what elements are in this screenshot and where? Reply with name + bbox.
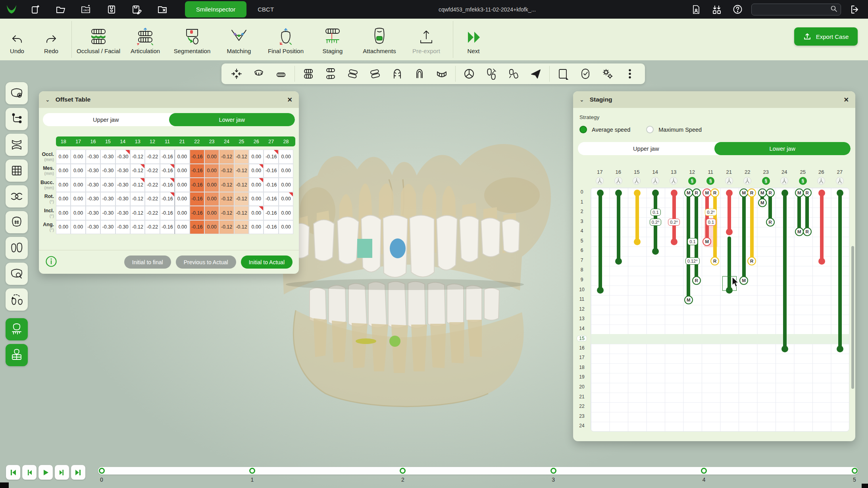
screenshot-icon[interactable] xyxy=(552,65,574,83)
close-icon[interactable]: ✕ xyxy=(287,96,293,104)
movement-bar-22[interactable] xyxy=(742,193,746,281)
offset-cell-14[interactable]: -0.30 xyxy=(115,178,130,192)
offset-cell-17[interactable]: 0.00 xyxy=(71,178,85,192)
collapse-chevron-icon[interactable]: ⌄ xyxy=(45,96,50,103)
sidebar-grid-table[interactable] xyxy=(6,159,28,182)
bar-endpoint[interactable] xyxy=(615,258,622,265)
bar-endpoint[interactable] xyxy=(837,190,843,196)
offset-cell-25[interactable]: -0.12 xyxy=(234,164,249,178)
marker-M[interactable]: M xyxy=(758,198,767,207)
sidebar-tooth-rotation[interactable] xyxy=(6,288,28,311)
marker-R[interactable]: R xyxy=(710,188,719,197)
info-icon[interactable] xyxy=(45,256,57,269)
bar-endpoint[interactable] xyxy=(837,346,843,352)
root-badge-icon[interactable] xyxy=(633,177,641,185)
bar-endpoint[interactable] xyxy=(652,248,659,255)
offset-cell-26[interactable]: 0.00 xyxy=(249,192,264,206)
offset-cell-23[interactable]: 0.00 xyxy=(204,178,219,192)
offset-cell-27[interactable]: -0.16 xyxy=(264,178,278,192)
tooth-col-22[interactable]: 22 xyxy=(190,136,204,146)
root-badge-icon[interactable] xyxy=(780,177,788,185)
close-case-icon[interactable] xyxy=(156,3,169,16)
marker-R[interactable]: R xyxy=(692,188,701,197)
offset-cell-23[interactable]: 0.00 xyxy=(204,150,219,164)
tooth-col-12[interactable]: 12 xyxy=(145,136,160,146)
offset-cell-27[interactable]: -0.16 xyxy=(264,206,278,220)
marker-M[interactable]: M xyxy=(684,188,693,197)
offset-cell-18[interactable]: 0.00 xyxy=(56,164,71,178)
offset-cell-22[interactable]: -0.16 xyxy=(190,206,204,220)
skip-end-button[interactable] xyxy=(71,465,85,480)
bar-endpoint[interactable] xyxy=(726,190,733,196)
offset-cell-11[interactable]: -0.16 xyxy=(160,192,175,206)
marker-R[interactable]: R xyxy=(747,188,756,197)
offset-cell-17[interactable]: 0.00 xyxy=(71,192,85,206)
offset-cell-24[interactable]: -0.12 xyxy=(219,220,234,234)
root-badge-icon[interactable] xyxy=(614,177,622,185)
bar-endpoint[interactable] xyxy=(781,190,788,196)
offset-cell-15[interactable]: -0.30 xyxy=(100,178,115,192)
marker-R[interactable]: R xyxy=(710,257,719,265)
tab-smileinspector[interactable]: SmileInspector xyxy=(185,1,246,17)
sidebar-tooth-number[interactable] xyxy=(6,211,28,233)
tooth-col-25[interactable]: 25 xyxy=(234,136,249,146)
radio-maximum-speed[interactable]: Maximum Speed xyxy=(646,126,702,133)
offset-cell-16[interactable]: -0.30 xyxy=(86,164,100,178)
movement-bar-11[interactable] xyxy=(705,193,709,242)
tooth-col-24[interactable]: 24 xyxy=(219,136,234,146)
new-case-icon[interactable] xyxy=(29,3,42,16)
offset-cell-13[interactable]: -0.12 xyxy=(130,178,145,192)
offset-cell-11[interactable]: -0.16 xyxy=(160,150,175,164)
movement-bar-13[interactable] xyxy=(672,193,676,242)
import-cbct-icon[interactable]: CBCT xyxy=(79,3,93,16)
offset-cell-15[interactable]: -0.30 xyxy=(100,150,115,164)
vertical-scrollbar[interactable] xyxy=(851,246,854,389)
movement-bar-24[interactable] xyxy=(783,193,787,349)
offset-cell-13[interactable]: -0.12 xyxy=(130,220,145,234)
offset-cell-22[interactable]: -0.16 xyxy=(190,220,204,234)
fit-view-icon[interactable] xyxy=(225,65,248,83)
offset-cell-14[interactable]: -0.30 xyxy=(115,220,130,234)
tooth-col-16[interactable]: 16 xyxy=(86,136,100,146)
offset-cell-15[interactable]: -0.30 xyxy=(100,164,115,178)
offset-cell-17[interactable]: 0.00 xyxy=(71,220,85,234)
tab-upper-jaw[interactable]: Upper jaw xyxy=(578,142,714,155)
sidebar-contacts[interactable] xyxy=(6,185,28,207)
offset-cell-22[interactable]: -0.16 xyxy=(190,178,204,192)
tooth-col-11[interactable]: 11 xyxy=(160,136,175,146)
export-plane-icon[interactable] xyxy=(525,65,547,83)
offset-cell-27[interactable]: -0.16 xyxy=(264,220,278,234)
offset-cell-25[interactable]: -0.12 xyxy=(234,178,249,192)
movement-bar-21[interactable] xyxy=(728,193,731,232)
tooth-col-14[interactable]: 14 xyxy=(115,136,130,146)
offset-cell-14[interactable]: -0.30 xyxy=(115,150,130,164)
offset-cell-18[interactable]: 0.00 xyxy=(56,178,71,192)
attachment-badge-icon[interactable]: § xyxy=(762,177,770,185)
close-icon[interactable]: ✕ xyxy=(844,96,849,104)
offset-cell-25[interactable]: -0.12 xyxy=(234,192,249,206)
sidebar-staging-ruler[interactable] xyxy=(6,318,28,340)
tooth-col-17[interactable]: 17 xyxy=(71,136,85,146)
root-badge-icon[interactable] xyxy=(651,177,659,185)
offset-cell-11[interactable]: -0.16 xyxy=(160,220,175,234)
offset-cell-28[interactable]: 0.00 xyxy=(279,220,293,234)
offset-cell-12[interactable]: -0.22 xyxy=(145,164,160,178)
jaws-open-icon[interactable] xyxy=(319,65,342,83)
marker-M[interactable]: M xyxy=(795,188,804,197)
offset-cell-16[interactable]: -0.30 xyxy=(86,220,100,234)
offset-cell-11[interactable]: -0.16 xyxy=(160,206,175,220)
offset-cell-18[interactable]: 0.00 xyxy=(56,206,71,220)
staging-chart-grid[interactable]: MMRRMMRRMMRRMMRRMMRR0.10.2°0.2°0.10.12°0… xyxy=(591,188,849,432)
offset-cell-13[interactable]: -0.12 xyxy=(130,206,145,220)
offset-cell-13[interactable]: -0.12 xyxy=(130,150,145,164)
sidebar-offset-grid[interactable] xyxy=(6,344,28,366)
upper-arch-icon[interactable] xyxy=(386,65,408,83)
offset-cell-12[interactable]: -0.22 xyxy=(145,220,160,234)
offset-cell-14[interactable]: -0.30 xyxy=(115,206,130,220)
bar-endpoint[interactable] xyxy=(818,258,825,265)
offset-cell-12[interactable]: -0.22 xyxy=(145,178,160,192)
previous-to-actual-button[interactable]: Previous to Actual xyxy=(176,256,236,269)
offset-cell-16[interactable]: -0.30 xyxy=(86,150,100,164)
upper-jaw-top-icon[interactable] xyxy=(248,65,270,83)
offset-cell-25[interactable]: -0.12 xyxy=(234,206,249,220)
